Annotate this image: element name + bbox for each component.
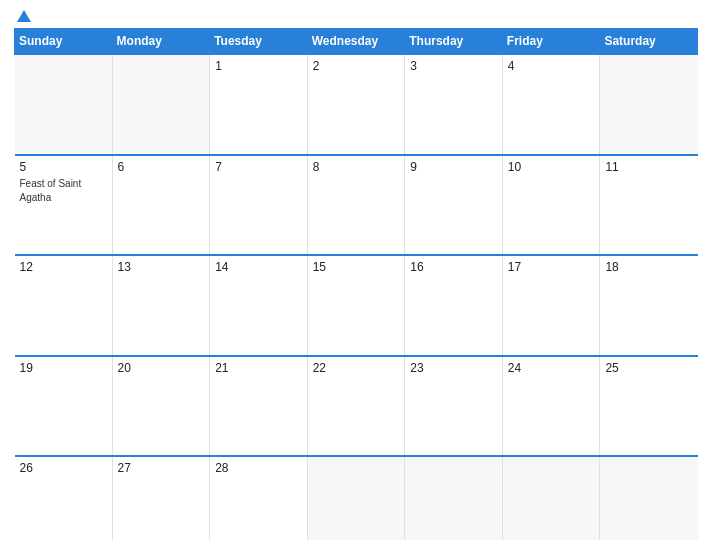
calendar-day-cell: 20 (112, 356, 210, 457)
calendar-header (14, 10, 698, 22)
calendar-day-cell: 6 (112, 155, 210, 256)
calendar-week-row: 5Feast of Saint Agatha67891011 (15, 155, 698, 256)
calendar-day-cell: 7 (210, 155, 308, 256)
calendar-day-cell: 12 (15, 255, 113, 356)
day-number: 14 (215, 260, 302, 274)
calendar-day-cell (112, 54, 210, 155)
weekday-header-friday: Friday (502, 29, 600, 55)
day-number: 21 (215, 361, 302, 375)
calendar-week-row: 19202122232425 (15, 356, 698, 457)
day-number: 13 (118, 260, 205, 274)
day-number: 8 (313, 160, 400, 174)
logo-blue-text (14, 10, 31, 22)
day-number: 2 (313, 59, 400, 73)
calendar-day-cell: 14 (210, 255, 308, 356)
calendar-header-row: SundayMondayTuesdayWednesdayThursdayFrid… (15, 29, 698, 55)
day-number: 20 (118, 361, 205, 375)
calendar-day-cell: 3 (405, 54, 503, 155)
day-number: 17 (508, 260, 595, 274)
calendar-day-cell: 19 (15, 356, 113, 457)
calendar-event: Feast of Saint Agatha (20, 178, 82, 203)
day-number: 10 (508, 160, 595, 174)
day-number: 9 (410, 160, 497, 174)
calendar-day-cell: 9 (405, 155, 503, 256)
calendar-day-cell: 4 (502, 54, 600, 155)
calendar-day-cell (502, 456, 600, 540)
calendar-day-cell: 11 (600, 155, 698, 256)
day-number: 5 (20, 160, 107, 174)
calendar-day-cell: 10 (502, 155, 600, 256)
weekday-header-thursday: Thursday (405, 29, 503, 55)
calendar-day-cell: 26 (15, 456, 113, 540)
day-number: 22 (313, 361, 400, 375)
calendar-day-cell: 25 (600, 356, 698, 457)
day-number: 27 (118, 461, 205, 475)
logo (14, 10, 31, 22)
day-number: 12 (20, 260, 107, 274)
day-number: 1 (215, 59, 302, 73)
day-number: 7 (215, 160, 302, 174)
calendar-week-row: 1234 (15, 54, 698, 155)
calendar-page: SundayMondayTuesdayWednesdayThursdayFrid… (0, 0, 712, 550)
weekday-header-sunday: Sunday (15, 29, 113, 55)
day-number: 6 (118, 160, 205, 174)
day-number: 26 (20, 461, 107, 475)
day-number: 15 (313, 260, 400, 274)
calendar-day-cell: 21 (210, 356, 308, 457)
day-number: 19 (20, 361, 107, 375)
calendar-day-cell: 22 (307, 356, 405, 457)
calendar-day-cell (600, 54, 698, 155)
calendar-day-cell (15, 54, 113, 155)
day-number: 3 (410, 59, 497, 73)
calendar-day-cell (307, 456, 405, 540)
day-number: 23 (410, 361, 497, 375)
weekday-header-monday: Monday (112, 29, 210, 55)
weekday-header-saturday: Saturday (600, 29, 698, 55)
calendar-day-cell: 23 (405, 356, 503, 457)
calendar-day-cell: 15 (307, 255, 405, 356)
day-number: 28 (215, 461, 302, 475)
calendar-day-cell: 27 (112, 456, 210, 540)
day-number: 16 (410, 260, 497, 274)
calendar-day-cell (405, 456, 503, 540)
calendar-day-cell: 28 (210, 456, 308, 540)
weekday-header-tuesday: Tuesday (210, 29, 308, 55)
calendar-day-cell: 18 (600, 255, 698, 356)
day-number: 24 (508, 361, 595, 375)
calendar-day-cell (600, 456, 698, 540)
calendar-day-cell: 16 (405, 255, 503, 356)
calendar-day-cell: 17 (502, 255, 600, 356)
calendar-week-row: 12131415161718 (15, 255, 698, 356)
day-number: 4 (508, 59, 595, 73)
day-number: 25 (605, 361, 692, 375)
calendar-day-cell: 2 (307, 54, 405, 155)
calendar-day-cell: 13 (112, 255, 210, 356)
calendar-day-cell: 8 (307, 155, 405, 256)
logo-triangle-icon (17, 10, 31, 22)
calendar-table: SundayMondayTuesdayWednesdayThursdayFrid… (14, 28, 698, 540)
day-number: 11 (605, 160, 692, 174)
calendar-week-row: 262728 (15, 456, 698, 540)
calendar-day-cell: 24 (502, 356, 600, 457)
weekday-header-wednesday: Wednesday (307, 29, 405, 55)
calendar-day-cell: 1 (210, 54, 308, 155)
calendar-day-cell: 5Feast of Saint Agatha (15, 155, 113, 256)
day-number: 18 (605, 260, 692, 274)
